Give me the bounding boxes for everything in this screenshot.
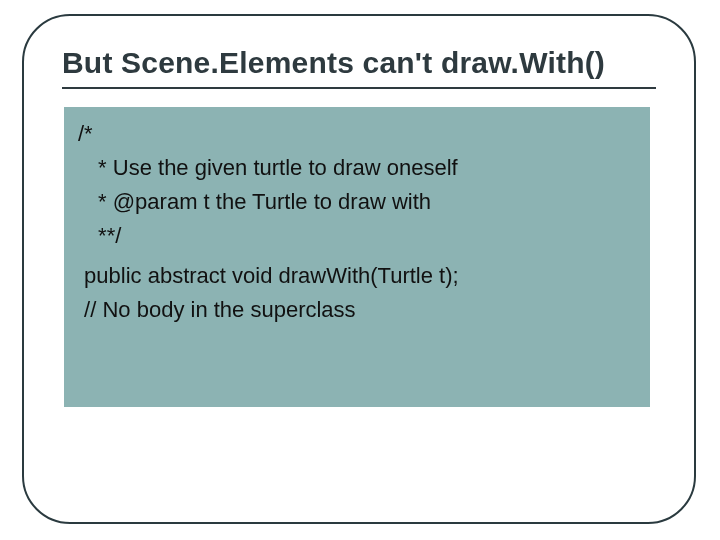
title-block: But Scene.Elements can't draw.With() bbox=[62, 46, 656, 89]
slide-title: But Scene.Elements can't draw.With() bbox=[62, 46, 656, 81]
title-underline bbox=[62, 87, 656, 89]
code-box: /* * Use the given turtle to draw onesel… bbox=[64, 107, 650, 407]
code-line-4: **/ bbox=[74, 219, 642, 253]
code-line-2: * Use the given turtle to draw oneself bbox=[74, 151, 642, 185]
code-line-5: public abstract void drawWith(Turtle t); bbox=[74, 259, 642, 293]
code-line-3: * @param t the Turtle to draw with bbox=[74, 185, 642, 219]
code-line-6: // No body in the superclass bbox=[74, 293, 642, 327]
code-line-1: /* bbox=[74, 117, 642, 151]
slide-frame: But Scene.Elements can't draw.With() /* … bbox=[22, 14, 696, 524]
